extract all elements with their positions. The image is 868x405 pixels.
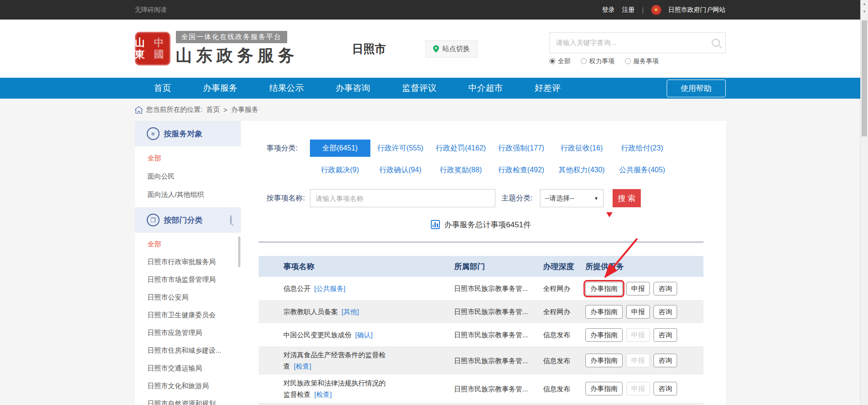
search-scope-group: 全部 权力事项 服务事项 — [549, 57, 726, 65]
nav-item[interactable]: 办事服务 — [203, 82, 238, 94]
item-tag-link[interactable]: [确认] — [355, 331, 373, 339]
category-chips-row1: 全部(6451)行政许可(555)行政处罚(4162)行政强制(177)行政征收… — [310, 140, 673, 157]
login-link[interactable]: 登录 — [602, 6, 615, 14]
sidebar-section-service-target: ≡ 按服务对象 — [135, 121, 241, 146]
help-button[interactable]: 使用帮助 — [667, 80, 726, 97]
service-button[interactable]: 咨询 — [653, 354, 677, 367]
table-row: 对清真食品生产经营条件的监督检查[检查] 日照市民族宗教事务管... 信息发布 … — [259, 346, 703, 375]
service-button[interactable]: 申报 — [626, 354, 650, 367]
nav-item[interactable]: 办事咨询 — [336, 82, 370, 94]
sidebar: ≡ 按服务对象 全部面向公民面向法人/其他组织 ❐ 按部门分类 全部日照市行政审… — [135, 121, 241, 405]
service-buttons: 办事指南申报咨询 — [585, 282, 703, 295]
scrollbar-thumb[interactable] — [862, 20, 867, 136]
nav-item[interactable]: 首页 — [154, 82, 171, 94]
sidebar-item[interactable]: 日照市自然资源和规划... — [135, 395, 241, 405]
search-scope-radio[interactable]: 全部 — [549, 57, 571, 65]
sidebar-scrollbar-thumb[interactable] — [238, 236, 240, 267]
search-icon[interactable] — [712, 39, 720, 47]
sidebar-item[interactable]: 面向公民 — [135, 167, 241, 185]
service-button[interactable]: 办事指南 — [585, 305, 623, 319]
breadcrumb-home[interactable]: 首页 — [206, 105, 220, 114]
radio-icon[interactable] — [549, 58, 555, 64]
category-chip[interactable]: 行政确认(94) — [370, 161, 431, 179]
category-chip[interactable]: 行政强制(177) — [491, 140, 552, 157]
category-chip[interactable]: 行政奖励(88) — [431, 161, 491, 179]
accessibility-link[interactable]: 无障碍阅读 — [135, 6, 167, 14]
service-button[interactable]: 办事指南 — [585, 354, 623, 367]
category-filter-label: 事项分类: — [267, 144, 310, 153]
category-chip[interactable]: 行政检查(492) — [491, 161, 552, 179]
register-link[interactable]: 注册 — [622, 6, 635, 14]
keyword-search-input[interactable] — [555, 38, 712, 47]
service-button[interactable]: 申报 — [626, 328, 650, 342]
sidebar-item[interactable]: 日照市市场监督管理局 — [135, 271, 241, 289]
item-name[interactable]: 信息公开 — [284, 285, 311, 292]
search-button[interactable]: 搜 索 — [613, 189, 641, 207]
sidebar-item[interactable]: 日照市行政审批服务局 — [135, 253, 241, 271]
summary-text: 办事服务总计事项6451件 — [444, 220, 531, 230]
keyword-search-box[interactable] — [549, 32, 726, 53]
summary-row: 办事服务总计事项6451件 — [259, 219, 703, 230]
item-department: 日照市民族宗教事务管... — [454, 329, 543, 340]
category-chip[interactable]: 全部(6451) — [310, 140, 370, 157]
category-chip[interactable]: 行政裁决(9) — [310, 161, 370, 179]
sidebar-item[interactable]: 日照市卫生健康委员会 — [135, 306, 241, 324]
item-tag-link[interactable]: [其他] — [342, 308, 359, 315]
service-button[interactable]: 咨询 — [653, 282, 677, 295]
category-chip[interactable]: 行政征收(16) — [552, 140, 612, 157]
portal-link[interactable]: 日照市政府门户网站 — [668, 6, 726, 14]
item-tag-link[interactable]: [检查] — [314, 390, 332, 398]
item-name[interactable]: 中国公民变更民族成份 — [284, 331, 352, 339]
nav-item[interactable]: 好差评 — [535, 82, 561, 94]
service-button[interactable]: 申报 — [626, 282, 650, 295]
sidebar-item[interactable]: 日照市住房和城乡建设... — [135, 342, 241, 360]
item-depth: 信息发布 — [543, 383, 585, 395]
service-button[interactable]: 咨询 — [653, 305, 677, 319]
site-logo[interactable]: 山東 中國 全国一体化在线政务服务平台 山东政务服务 — [135, 31, 299, 67]
breadcrumb-bar: 您当前所在的位置: 首页 > 办事服务 — [0, 99, 860, 121]
table-row: 宗教教职人员备案[其他] 日照市民族宗教事务管... 全程网办 办事指南申报咨询 — [259, 300, 703, 323]
category-chip[interactable]: 公共服务(405) — [612, 161, 673, 179]
radio-icon[interactable] — [625, 58, 631, 64]
breadcrumb-current[interactable]: 办事服务 — [231, 105, 258, 114]
department-list: 全部日照市行政审批服务局日照市市场监督管理局日照市公安局日照市卫生健康委员会日照… — [135, 233, 241, 405]
search-scope-radio[interactable]: 权力事项 — [581, 57, 615, 65]
nav-item[interactable]: 结果公示 — [269, 82, 304, 94]
service-button[interactable]: 申报 — [626, 382, 650, 395]
category-chip[interactable]: 行政处罚(4162) — [431, 140, 491, 157]
sidebar-item[interactable]: 日照市应急管理局 — [135, 324, 241, 342]
service-button[interactable]: 咨询 — [653, 328, 677, 342]
search-scope-radio[interactable]: 服务事项 — [625, 57, 659, 65]
sidebar-section-title: 按服务对象 — [164, 129, 203, 139]
sidebar-item[interactable]: 日照市公安局 — [135, 289, 241, 306]
site-switch-button[interactable]: 站点切换 — [425, 40, 478, 58]
sidebar-item[interactable]: 日照市交通运输局 — [135, 360, 241, 377]
browser-scrollbar[interactable] — [860, 0, 868, 405]
service-button[interactable]: 办事指南 — [585, 382, 623, 395]
scrollbar-down-icon[interactable] — [861, 8, 868, 15]
service-button[interactable]: 咨询 — [653, 382, 677, 395]
service-button[interactable]: 申报 — [626, 305, 650, 319]
scrollbar-up-icon[interactable] — [861, 0, 868, 8]
sidebar-item[interactable]: 面向法人/其他组织 — [135, 185, 241, 204]
service-button[interactable]: 办事指南 — [585, 328, 623, 342]
nav-item[interactable]: 监督评议 — [402, 82, 437, 94]
sidebar-item[interactable]: 全部 — [135, 235, 241, 253]
column-header-name: 事项名称 — [259, 261, 454, 272]
item-tag-link[interactable]: [检查] — [294, 362, 311, 370]
sidebar-item[interactable]: 日照市文化和旅游局 — [135, 377, 241, 395]
item-name[interactable]: 宗教教职人员备案 — [284, 308, 338, 315]
nav-item[interactable]: 中介超市 — [469, 82, 503, 94]
search-scope-label: 服务事项 — [634, 57, 659, 65]
item-name-input[interactable] — [310, 189, 495, 207]
sidebar-item[interactable]: 全部 — [135, 149, 241, 167]
category-chip[interactable]: 其他权力(430) — [552, 161, 612, 179]
item-name[interactable]: 对民族政策和法律法规执行情况的监督检查 — [284, 379, 386, 398]
service-button[interactable]: 办事指南 — [585, 282, 623, 295]
category-chip[interactable]: 行政给付(23) — [612, 140, 673, 157]
category-chip[interactable]: 行政许可(555) — [370, 140, 431, 157]
radio-icon[interactable] — [581, 58, 587, 64]
item-tag-link[interactable]: [公共服务] — [314, 285, 345, 292]
topic-select[interactable]: --请选择-- ▼ — [540, 189, 604, 207]
department-search-icon[interactable] — [230, 216, 232, 224]
